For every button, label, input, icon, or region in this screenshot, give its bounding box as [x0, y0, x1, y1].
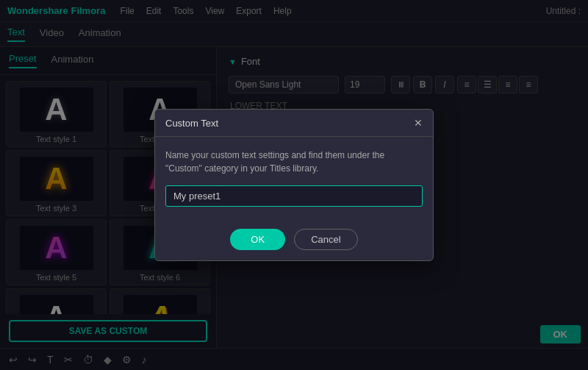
modal-cancel-button[interactable]: Cancel [294, 229, 357, 250]
modal-close-button[interactable]: ✕ [414, 117, 423, 129]
preset-name-input[interactable] [165, 185, 423, 207]
modal-body: Name your custom text settings and find … [155, 137, 433, 218]
modal-ok-button[interactable]: OK [230, 229, 285, 250]
modal-overlay: Custom Text ✕ Name your custom text sett… [0, 0, 588, 370]
modal-header: Custom Text ✕ [155, 110, 433, 137]
modal-title: Custom Text [165, 118, 218, 129]
modal-footer: OK Cancel [155, 218, 433, 260]
modal-description: Name your custom text settings and find … [165, 149, 423, 175]
custom-text-modal: Custom Text ✕ Name your custom text sett… [154, 109, 434, 261]
